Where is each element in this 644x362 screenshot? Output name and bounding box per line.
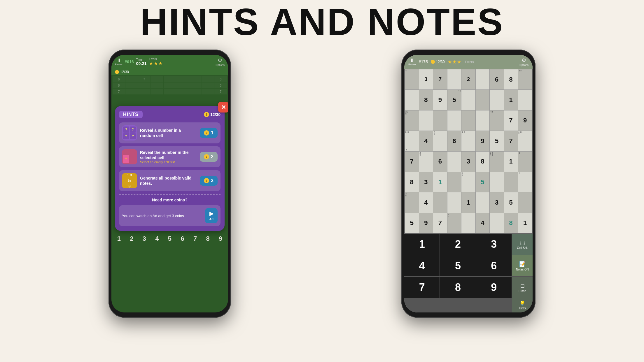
- cell-0-4[interactable]: 2: [461, 69, 475, 89]
- cell-6-4[interactable]: 1: [461, 192, 475, 212]
- cell-7-6[interactable]: [490, 213, 504, 233]
- cell-3-2[interactable]: 25: [433, 131, 447, 151]
- cell-1-3[interactable]: 54 6: [447, 90, 461, 110]
- cell-4-0[interactable]: 7: [405, 152, 419, 172]
- cell-0-8[interactable]: 4 5: [518, 69, 532, 89]
- numpad-6[interactable]: 6: [476, 255, 512, 276]
- cell-5-6[interactable]: [490, 172, 504, 192]
- cell-5-8[interactable]: 2: [518, 172, 532, 192]
- options-button-left[interactable]: ⚙ Options: [216, 57, 225, 66]
- cell-4-7[interactable]: 1: [504, 152, 518, 172]
- cell-1-5[interactable]: [476, 90, 490, 110]
- cell-2-8[interactable]: 9: [518, 110, 532, 131]
- cell-1-8[interactable]: [518, 90, 532, 110]
- cell-2-3[interactable]: [447, 110, 461, 131]
- cell-4-1[interactable]: 25: [419, 152, 433, 172]
- numpad-5[interactable]: 5: [440, 255, 475, 276]
- hint-item-random[interactable]: ? ? ? ? Reveal a number in a random cell…: [119, 122, 220, 143]
- num-bar-7[interactable]: 7: [193, 235, 197, 242]
- numpad-4[interactable]: 4: [404, 255, 440, 276]
- cell-2-7[interactable]: 7: [504, 110, 518, 131]
- cell-7-0[interactable]: 5: [405, 213, 419, 233]
- cell-1-4[interactable]: [461, 90, 475, 110]
- cell-3-1[interactable]: 4: [419, 131, 433, 151]
- cell-4-4[interactable]: 3: [461, 152, 475, 172]
- cell-6-0[interactable]: 26: [405, 192, 419, 212]
- cell-7-1[interactable]: 9: [419, 213, 433, 233]
- cell-2-6[interactable]: 4 5: [490, 110, 504, 131]
- numpad-9[interactable]: 9: [476, 277, 512, 298]
- numpad-3[interactable]: 3: [476, 234, 512, 255]
- cell-7-7[interactable]: 8: [504, 213, 518, 233]
- cell-6-6[interactable]: 3: [490, 192, 504, 212]
- cell-2-0[interactable]: 2 35: [405, 110, 419, 131]
- cell-3-7[interactable]: 7: [504, 131, 518, 151]
- numpad-7[interactable]: 7: [404, 277, 440, 298]
- cell-7-5[interactable]: 4: [476, 213, 490, 233]
- numpad-2[interactable]: 2: [440, 234, 475, 255]
- cell-3-6[interactable]: 5: [490, 131, 504, 151]
- cell-4-5[interactable]: 8: [476, 152, 490, 172]
- cell-1-7[interactable]: 1: [504, 90, 518, 110]
- pause-button-left[interactable]: ⏸ Pause: [115, 58, 123, 66]
- cell-2-5[interactable]: [476, 110, 490, 131]
- cell-7-8[interactable]: 1: [518, 213, 532, 233]
- cell-0-0[interactable]: 4: [405, 69, 419, 89]
- cell-1-2[interactable]: 9: [433, 90, 447, 110]
- cell-3-8[interactable]: 2 3 69: [518, 131, 532, 151]
- num-bar-8[interactable]: 8: [206, 235, 209, 242]
- numpad-8[interactable]: 8: [440, 277, 475, 298]
- cell-5-7[interactable]: [504, 172, 518, 192]
- watch-ad-item[interactable]: You can watch an Ad and get 3 coins ▶ Ad: [119, 205, 220, 226]
- options-button-right[interactable]: ⚙ Options: [519, 57, 528, 66]
- num-bar-4[interactable]: 4: [155, 235, 159, 242]
- numpad-1[interactable]: 1: [404, 234, 440, 255]
- cell-6-2[interactable]: [433, 192, 447, 212]
- cell-5-4[interactable]: 79: [461, 172, 475, 192]
- cell-6-3[interactable]: [447, 192, 461, 212]
- cell-7-3[interactable]: 36: [447, 213, 461, 233]
- cell-7-4[interactable]: [461, 213, 475, 233]
- hint-item-selected[interactable]: ? Reveal the number in the selected cell…: [119, 146, 220, 167]
- action-erase[interactable]: ◻ Erase: [512, 277, 533, 298]
- cell-6-1[interactable]: 4: [419, 192, 433, 212]
- cell-3-3[interactable]: 6: [447, 131, 461, 151]
- cell-3-5[interactable]: 9: [476, 131, 490, 151]
- num-bar-9[interactable]: 9: [219, 235, 222, 242]
- cell-5-5[interactable]: 5: [476, 172, 490, 192]
- cell-0-6[interactable]: 6: [490, 69, 504, 89]
- num-bar-3[interactable]: 3: [143, 235, 146, 242]
- cell-2-1[interactable]: [419, 110, 433, 131]
- watch-ad-button[interactable]: ▶ Ad: [205, 208, 218, 223]
- cell-0-2[interactable]: 7: [433, 69, 447, 89]
- num-bar-6[interactable]: 6: [181, 235, 184, 242]
- cell-1-6[interactable]: [490, 90, 504, 110]
- cell-2-4[interactable]: [461, 110, 475, 131]
- cell-4-8[interactable]: 2: [518, 152, 532, 172]
- action-notes-on[interactable]: 📝 Notes ON: [512, 255, 533, 276]
- action-hints[interactable]: 💡 Hints: [512, 298, 533, 312]
- cell-5-1[interactable]: 3: [419, 172, 433, 192]
- close-dialog-button[interactable]: ✕: [218, 102, 228, 113]
- cell-0-7[interactable]: 8: [504, 69, 518, 89]
- cell-4-3[interactable]: [447, 152, 461, 172]
- cell-0-5[interactable]: [476, 69, 490, 89]
- cell-4-2[interactable]: 6: [433, 152, 447, 172]
- hint-item-notes[interactable]: 1 3 5 8 Generate all possible valid note…: [119, 170, 220, 191]
- cell-5-0[interactable]: 8: [405, 172, 419, 192]
- cell-0-1[interactable]: 3: [419, 69, 433, 89]
- cell-6-8[interactable]: [518, 192, 532, 212]
- cell-6-7[interactable]: 5: [504, 192, 518, 212]
- num-bar-2[interactable]: 2: [130, 235, 133, 242]
- cell-0-3[interactable]: [447, 69, 461, 89]
- pause-button-right[interactable]: ⏸ Pause: [408, 58, 416, 66]
- hint-cost-btn-random[interactable]: $ 1: [200, 128, 218, 138]
- cell-5-2[interactable]: 1: [433, 172, 447, 192]
- hint-cost-btn-selected[interactable]: $ 2: [200, 152, 218, 162]
- hint-cost-btn-notes[interactable]: $ 3: [200, 176, 218, 186]
- cell-2-2[interactable]: [433, 110, 447, 131]
- cell-7-2[interactable]: 7: [433, 213, 447, 233]
- cell-5-3[interactable]: [447, 172, 461, 192]
- num-bar-1[interactable]: 1: [117, 235, 121, 242]
- cell-4-6[interactable]: 2 54 5: [490, 152, 504, 172]
